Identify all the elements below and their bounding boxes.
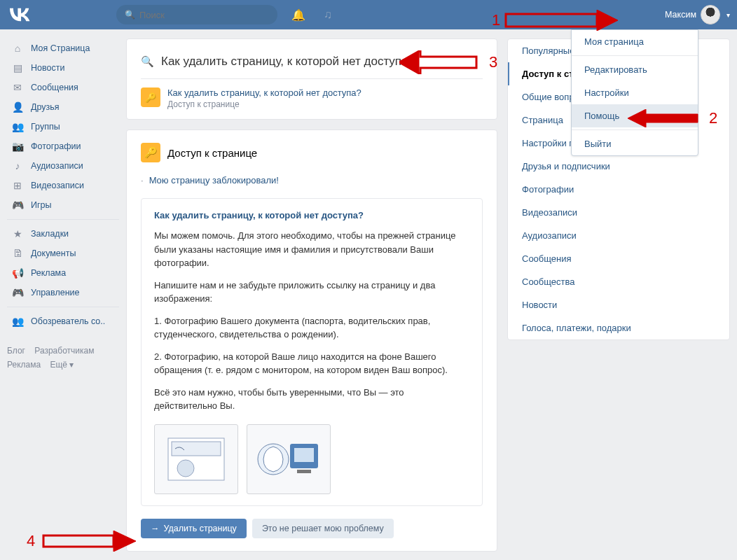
footer-links: Блог Разработчикам Реклама Ещё ▾	[7, 344, 119, 372]
result-sub: Доступ к странице	[167, 99, 361, 109]
games-icon: 🎮	[11, 200, 24, 211]
tab-photos[interactable]: Фотографии	[508, 178, 729, 201]
svg-rect-12	[43, 536, 113, 547]
svg-rect-6	[297, 470, 311, 473]
groups-icon: 👥	[11, 121, 24, 132]
vk-logo[interactable]	[7, 6, 32, 24]
home-icon: ⌂	[11, 43, 24, 54]
docs-icon: 🖺	[11, 248, 24, 259]
nav-groups[interactable]: 👥Группы	[7, 117, 119, 136]
nav-games[interactable]: 🎮Игры	[7, 195, 119, 215]
search-result[interactable]: 🔑 Как удалить страницу, к которой нет до…	[141, 79, 483, 119]
svg-rect-5	[294, 448, 314, 462]
annotation-1: 1	[492, 10, 619, 31]
tab-groups[interactable]: Сообщества	[508, 270, 729, 293]
nav-bookmarks[interactable]: ★Закладки	[7, 224, 119, 244]
svg-marker-13	[113, 531, 136, 552]
result-title: Как удалить страницу, к которой нет дост…	[167, 88, 361, 98]
content-heading: 🔑 Доступ к странице	[141, 143, 483, 162]
nav-news[interactable]: ▤Новости	[7, 58, 119, 78]
svg-marker-8	[597, 10, 618, 31]
tab-friends[interactable]: Друзья и подписчики	[508, 155, 729, 178]
tab-audio[interactable]: Аудиозаписи	[508, 224, 729, 247]
header-search-input[interactable]	[139, 10, 257, 20]
header-icons: 🔔 ♫	[291, 8, 332, 22]
left-sidebar: ⌂Моя Страница ▤Новости ✉Сообщения 👤Друзь…	[7, 38, 119, 372]
search-icon: 🔍	[141, 55, 154, 68]
svg-marker-9	[628, 109, 698, 127]
username-label: Максим	[665, 10, 696, 20]
news-icon: ▤	[11, 62, 24, 74]
annotation-4: 4	[27, 531, 137, 552]
sample-image-selfie	[247, 424, 331, 494]
svg-rect-7	[506, 14, 597, 27]
nav-manage[interactable]: 🎮Управление	[7, 283, 119, 302]
svg-marker-11	[399, 52, 419, 73]
avatar	[701, 5, 720, 24]
top-header: 🔍 🔔 ♫ Максим ▾	[0, 0, 737, 29]
nav-my-page[interactable]: ⌂Моя Страница	[7, 38, 119, 58]
friends-icon: 👤	[11, 102, 24, 113]
bookmark-icon: ★	[11, 228, 24, 239]
nav-photos[interactable]: 📷Фотографии	[7, 136, 119, 156]
annotation-3: 3	[399, 50, 497, 74]
tab-videos[interactable]: Видеозаписи	[508, 201, 729, 224]
nav-video[interactable]: ⊞Видеозаписи	[7, 176, 119, 195]
svg-point-2	[177, 460, 194, 477]
caret-icon: ▾	[726, 11, 730, 19]
nav-browser[interactable]: 👥Обозреватель со..	[7, 312, 119, 331]
header-search[interactable]: 🔍	[116, 5, 277, 24]
people-icon: 👥	[11, 316, 24, 327]
annotation-2: 2	[628, 109, 717, 127]
dd-my-page[interactable]: Моя страница	[572, 30, 698, 53]
dd-settings[interactable]: Настройки	[572, 81, 698, 104]
dd-edit[interactable]: Редактировать	[572, 58, 698, 81]
key-icon: 🔑	[141, 143, 160, 162]
content-card: 🔑 Доступ к странице ·Мою страницу заблок…	[126, 130, 497, 552]
article-title: Как удалить страницу, к которой нет дост…	[154, 210, 469, 220]
footer-dev[interactable]: Разработчикам	[34, 346, 94, 356]
manage-icon: 🎮	[11, 287, 24, 298]
article: Как удалить страницу, к которой нет дост…	[141, 198, 483, 506]
music-icon[interactable]: ♫	[324, 8, 332, 22]
photos-icon: 📷	[11, 141, 24, 152]
ads-icon: 📢	[11, 267, 24, 279]
blocked-link[interactable]: Мою страницу заблокировали!	[149, 175, 279, 186]
audio-icon: ♪	[11, 160, 24, 172]
search-icon: 🔍	[125, 10, 135, 20]
messages-icon: ✉	[11, 82, 24, 93]
footer-blog[interactable]: Блог	[7, 346, 25, 356]
dd-logout[interactable]: Выйти	[572, 132, 698, 155]
nav-friends[interactable]: 👤Друзья	[7, 97, 119, 117]
tab-messages[interactable]: Сообщения	[508, 247, 729, 270]
nav-ads[interactable]: 📢Реклама	[7, 263, 119, 283]
footer-more[interactable]: Ещё ▾	[50, 360, 74, 370]
footer-ads[interactable]: Реклама	[7, 360, 41, 370]
video-icon: ⊞	[11, 180, 24, 191]
tab-news[interactable]: Новости	[508, 293, 729, 316]
arrow-right-icon: →	[151, 524, 160, 533]
bell-icon[interactable]: 🔔	[291, 8, 305, 22]
tab-payments[interactable]: Голоса, платежи, подарки	[508, 316, 729, 340]
user-dropdown: Моя страница Редактировать Настройки Пом…	[571, 29, 698, 156]
nav-messages[interactable]: ✉Сообщения	[7, 78, 119, 97]
nav-docs[interactable]: 🖺Документы	[7, 244, 119, 263]
svg-rect-1	[172, 442, 221, 456]
nav-audio[interactable]: ♪Аудиозаписи	[7, 156, 119, 176]
user-menu-trigger[interactable]: Максим ▾	[665, 5, 730, 24]
sample-image-passport	[154, 424, 238, 494]
key-icon: 🔑	[141, 88, 160, 107]
not-solved-button[interactable]: Это не решает мою проблему	[252, 519, 394, 538]
delete-page-button[interactable]: →Удалить страницу	[141, 519, 247, 538]
